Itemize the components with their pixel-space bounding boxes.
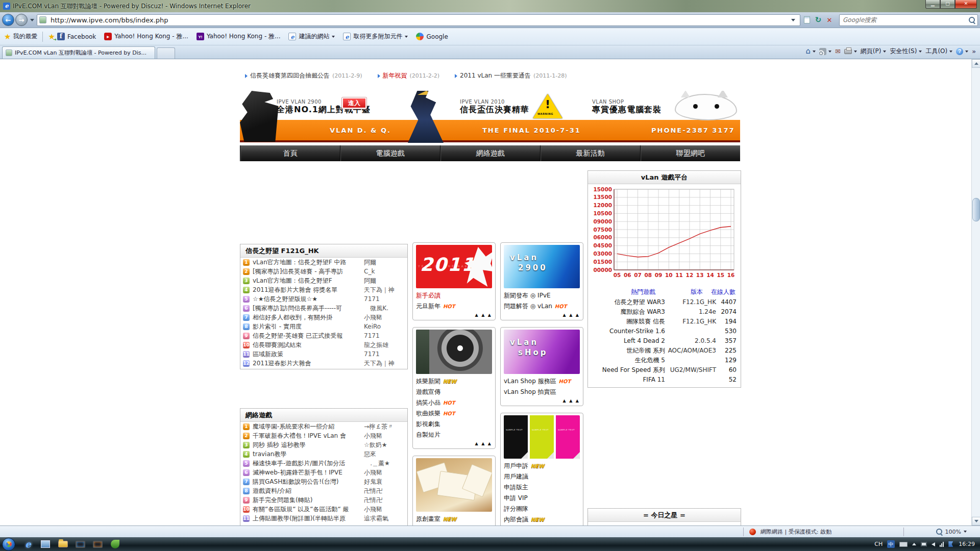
promo-link[interactable]: vLan Shop 拍賣區 — [504, 387, 580, 397]
promo-link[interactable]: 自製短片 — [416, 430, 492, 440]
favorites-star-icon[interactable]: ★ — [4, 32, 11, 41]
site-banner[interactable]: IPVE VLAN 2900 全港NO.1網上對戰平臺 進入 IPVE VLAN… — [240, 91, 740, 143]
thread-title[interactable]: 同秒 插秒 追秒教學 — [253, 441, 364, 449]
thread-title[interactable]: vLan官方地圖：信長之野望F — [253, 277, 364, 285]
taskbar-app-monitor1[interactable] — [74, 538, 86, 550]
forum-row[interactable]: 6 [獨家專訪]訪問信長界高手-----可 ゞ微風K. — [240, 304, 407, 313]
favorite-item[interactable]: Google — [416, 33, 448, 40]
game-name[interactable]: 團隊競賽 信長 — [588, 317, 665, 327]
promo-image-sample-cards[interactable]: SAMPLE TEXT SAMPLE TEXT SAMPLE TEXT — [504, 415, 580, 459]
thread-title[interactable]: [獨家專訪]訪問信長界高手-----可 — [253, 304, 364, 313]
forum-row[interactable]: 4 2011迎春影片大雜會 得獎名單 天下為｜神 — [240, 285, 407, 294]
thread-title[interactable]: [獨家專訪]信長英雄賽 - 高手專訪 — [253, 267, 364, 276]
thread-title[interactable]: 上傳貼圖教學(附詳圖)(半轉貼半原 — [253, 514, 364, 523]
promo-link[interactable]: 用戶申訴 NEW — [504, 461, 580, 471]
chevron-down-icon[interactable] — [332, 36, 335, 38]
game-name[interactable]: Need For Speed 系列 — [588, 365, 665, 375]
promo-link[interactable]: 搞笑小品 HOT — [416, 397, 492, 408]
vertical-scrollbar[interactable] — [971, 59, 980, 525]
game-name[interactable]: 魔獸綜合 WAR3 — [588, 307, 665, 317]
online-count-link[interactable]: 在線人數 — [711, 288, 736, 296]
promo-link[interactable]: 內部會議 NEW — [504, 514, 580, 525]
close-button[interactable]: ✕ — [955, 0, 977, 9]
thread-title[interactable]: 2011迎春影片大雜會 — [253, 359, 364, 368]
promo-image-vlanshop[interactable]: vLan sHop — [504, 330, 580, 374]
promo-link[interactable]: 問題解答 ◎ vLan HOT — [504, 301, 580, 312]
thread-title[interactable]: 影片索引 - 實用度 — [253, 322, 364, 331]
add-favorite-icon[interactable]: ★ — [48, 32, 55, 41]
network-monitor-icon[interactable] — [921, 542, 927, 546]
promo-link[interactable]: 新聞發布 ◎ IPvE — [504, 290, 580, 301]
search-input[interactable] — [842, 16, 968, 24]
promo-link[interactable]: 遊戲宣傳 — [416, 387, 492, 397]
game-row[interactable]: 團隊競賽 信長 F12.1G_HK 194 — [588, 317, 741, 327]
forum-row[interactable]: 3 vLan官方地圖：信長之野望F 阿爾 — [240, 276, 407, 285]
promo-link[interactable]: 娛樂新聞 NEW — [416, 376, 492, 387]
favorite-item[interactable]: 取得更多附加元件 — [343, 32, 408, 41]
game-name[interactable]: Counter-Strike 1.6 — [588, 327, 665, 336]
promo-image-vlan2900[interactable]: vLan 2900 — [504, 245, 580, 288]
thread-title[interactable]: 區域新政策 — [253, 350, 364, 359]
game-row[interactable]: 生化危機 5 129 — [588, 356, 741, 365]
new-tab-button[interactable] — [157, 47, 175, 59]
action-center-flag-icon[interactable] — [948, 541, 953, 547]
taskbar-app-ie[interactable]: e — [22, 538, 34, 550]
enter-button[interactable]: 進入 — [342, 97, 366, 109]
more-link[interactable]: ▲ ▲ ▲ — [416, 440, 492, 447]
game-name[interactable]: Left 4 Dead 2 — [588, 336, 665, 346]
game-name[interactable]: FIFA 11 — [588, 375, 665, 385]
thread-title[interactable]: vLan官方地圖：信長之野望F 中路 — [253, 258, 364, 267]
forum-row[interactable]: 1 魔域學園-系統要求和一些介紹 →檸￡茶〃 — [240, 422, 407, 431]
show-hidden-icons[interactable] — [912, 543, 916, 545]
scroll-down-button[interactable] — [972, 517, 980, 525]
version-link[interactable]: 版本 — [691, 288, 703, 296]
thread-title[interactable]: 購買GASH點數說明公告!(台灣) — [253, 478, 364, 486]
forum-row[interactable]: 11 上傳貼圖教學(附詳圖)(半轉貼半原 追求霸氣 — [240, 514, 407, 523]
favorite-item[interactable]: Yahoo! Hong Kong - 雅... — [104, 32, 188, 41]
stop-button[interactable]: ✕ — [824, 14, 835, 26]
taskbar-app-window[interactable] — [39, 538, 52, 550]
forum-row[interactable]: 12 2011迎春影片大雜會 天下為｜神 — [240, 359, 407, 368]
nav-item[interactable]: 網絡遊戲 — [440, 145, 540, 161]
thread-title[interactable]: 極速快車手-遊戲影片/圖片(加分活 — [253, 459, 364, 468]
forum-row[interactable]: 8 影片索引 - 實用度 KeiRo — [240, 322, 407, 331]
announcement-link[interactable]: 新年祝賀 (2011-2-2) — [378, 71, 440, 80]
promo-link[interactable]: 用戶建議 — [504, 471, 580, 482]
thread-title[interactable]: ☆★信長之野望版規☆★ — [253, 295, 364, 304]
more-link[interactable]: ▲ ▲ ▲ — [504, 397, 580, 405]
forum-row[interactable]: 2 [獨家專訪]信長英雄賽 - 高手專訪 C_k — [240, 267, 407, 276]
thread-title[interactable]: 信長聯賽測試結束 — [253, 341, 364, 349]
forum-row[interactable]: 1 vLan官方地圖：信長之野望F 中路 阿爾 — [240, 258, 407, 267]
back-button[interactable]: ← — [2, 14, 14, 26]
thread-title[interactable]: 新手完全問題集(轉貼) — [253, 496, 364, 505]
promo-link[interactable]: 申請 VIP — [504, 493, 580, 504]
forum-row[interactable]: 9 新手完全問題集(轉貼) 卍情卍 — [240, 495, 407, 505]
announcement-link[interactable]: 信長英雄賽第四回合抽籤公告 (2011-2-9) — [245, 71, 362, 80]
promo-link[interactable]: 原創畫室 NEW — [416, 514, 492, 524]
tools-menu[interactable]: 工具(O) — [925, 47, 952, 56]
thread-title[interactable]: 遊戲資料/介紹 — [253, 487, 364, 495]
hot-games-link[interactable]: 熱門遊戲 — [631, 288, 655, 296]
promo-link[interactable]: 歌曲娛樂 HOT — [416, 408, 492, 419]
network-bars-icon[interactable] — [940, 542, 944, 547]
forum-row[interactable]: 2 千軍破新春大禮包！IPVE vLan 會 小飛豬 — [240, 431, 407, 440]
forum-row[interactable]: 9 信長之野望-英雄賽 已正式接受報 7171 — [240, 331, 407, 340]
forum-row[interactable]: 10 信長聯賽測試結束 龍之振雄 — [240, 340, 407, 349]
forward-button[interactable]: → — [15, 14, 28, 26]
favorite-item[interactable]: Yahoo! Hong Kong - 雅... — [197, 32, 281, 41]
nav-item[interactable]: 最新活動 — [540, 145, 640, 161]
promo-link[interactable]: 新手必讀 — [416, 290, 492, 301]
feeds-button[interactable] — [819, 48, 831, 55]
language-indicator[interactable]: CH — [874, 541, 883, 547]
promo-link[interactable]: vLan Shop 服務區 HOT — [504, 376, 580, 387]
game-row[interactable]: Need For Speed 系列 UG2/MW/SHIFT 60 — [588, 365, 741, 375]
mail-button[interactable]: ✉ — [835, 47, 841, 55]
forum-row[interactable]: 6 滅神web-初露鋒芒新手包！IPVE 小飛豬 — [240, 468, 407, 477]
maximize-button[interactable]: ▢ — [940, 0, 955, 9]
thread-title[interactable]: 千軍破新春大禮包！IPVE vLan 會 — [253, 432, 364, 440]
taskbar-app-monitor2[interactable] — [91, 538, 104, 550]
announcement-link[interactable]: 2011 vLan 一些重要通告 (2011-1-28) — [455, 71, 567, 80]
speaker-icon[interactable] — [932, 542, 935, 546]
game-name[interactable]: 生化危機 5 — [588, 356, 665, 365]
chevron-down-icon[interactable] — [405, 36, 408, 38]
